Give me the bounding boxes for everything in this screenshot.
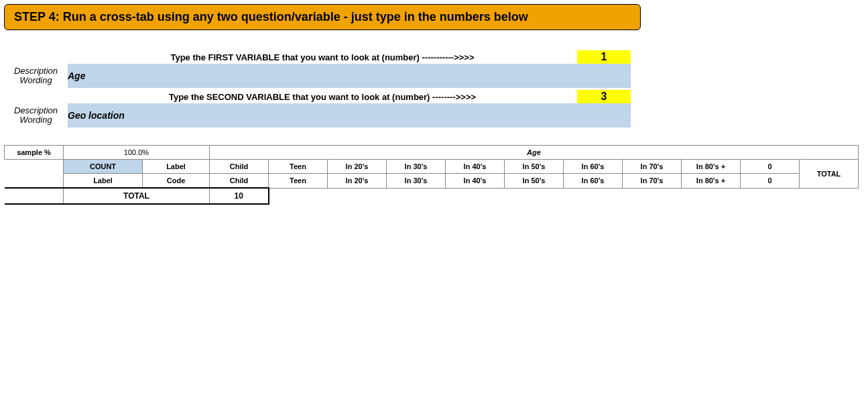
col-label: In 50's	[505, 160, 564, 174]
column-axis-title: Age	[210, 146, 859, 160]
var1-input[interactable]: 1	[577, 50, 631, 64]
col-code: In 30's	[387, 174, 446, 189]
col-code: Teen	[269, 174, 328, 189]
col-code: In 50's	[505, 174, 564, 189]
col-code: In 40's	[446, 174, 505, 189]
var2-desc-label: Description Wording	[4, 103, 68, 127]
col-code: 0	[741, 174, 800, 189]
col-label: In 70's	[623, 160, 682, 174]
crosstab: sample % 100.0% Age COUNT Label ChildTee…	[4, 145, 859, 205]
variable-inputs: Type the FIRST VARIABLE that you want to…	[4, 50, 631, 127]
col-code: In 70's	[623, 174, 682, 189]
total-row-label: TOTAL	[64, 188, 210, 204]
var1-prompt: Type the FIRST VARIABLE that you want to…	[68, 50, 577, 64]
total-header: TOTAL	[800, 160, 859, 189]
col-label: In 60's	[564, 160, 623, 174]
col-code: In 20's	[328, 174, 387, 189]
code-header: Code	[143, 174, 210, 189]
var2-prompt: Type the SECOND VARIABLE that you want t…	[68, 90, 577, 103]
sample-value: 100.0%	[64, 146, 210, 160]
col-label: 0	[741, 160, 800, 174]
col-label: In 20's	[328, 160, 387, 174]
label-header: Label	[143, 160, 210, 174]
col-label: Teen	[269, 160, 328, 174]
col-code: Child	[210, 174, 269, 189]
var1-desc-label: Description Wording	[4, 64, 68, 88]
var2-desc-value: Geo location	[68, 103, 631, 127]
var2-input[interactable]: 3	[577, 90, 631, 103]
sample-label: sample %	[5, 146, 64, 160]
col-label: In 40's	[446, 160, 505, 174]
grand-total: 10	[210, 188, 269, 204]
col-label: In 80's +	[682, 160, 741, 174]
col-code: In 60's	[564, 174, 623, 189]
step-banner: STEP 4: Run a cross-tab using any two qu…	[4, 4, 641, 30]
count-header: COUNT	[64, 160, 143, 174]
col-label: Child	[210, 160, 269, 174]
col-label: In 30's	[387, 160, 446, 174]
col-code: In 80's +	[682, 174, 741, 189]
label-header-2: Label	[64, 174, 143, 189]
var1-desc-value: Age	[68, 64, 631, 88]
